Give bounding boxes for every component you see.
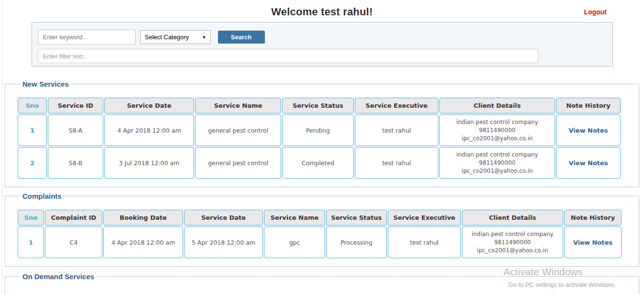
sno-cell: 1: [18, 226, 44, 258]
data-cell: Processing: [326, 226, 387, 258]
data-cell: S8-A: [48, 114, 103, 146]
category-select-value: Select Category: [145, 34, 189, 41]
category-select[interactable]: Select Category ▼: [140, 30, 211, 44]
table-header-row: SnoComplaint IDBooking DateService DateS…: [18, 210, 622, 226]
column-header-service-date: Service Date: [104, 98, 194, 113]
complaints-legend: Complaints: [21, 192, 64, 200]
column-header-service-name: Service Name: [264, 210, 325, 226]
column-header-client-details: Client Details: [439, 98, 555, 113]
note-history-cell: View Notes: [564, 226, 622, 258]
on-demand-services-legend: On Demand Services: [21, 272, 96, 281]
column-header-complaint-id: Complaint ID: [45, 210, 102, 226]
data-cell: test rahul: [388, 226, 461, 258]
column-header-service-date: Service Date: [184, 210, 263, 226]
page-title: Welcome test rahul!: [0, 6, 644, 18]
table-row: 2S8-B3 Jul 2018 12:00 amgeneral pest con…: [18, 147, 621, 179]
data-cell: 4 Apr 2018 12:00 am: [103, 226, 183, 258]
data-cell: test rahul: [355, 114, 438, 146]
new-services-section: New Services SnoService IDService DateSe…: [5, 80, 639, 187]
column-header-note-history: Note History: [564, 210, 622, 226]
sno-cell: 1: [18, 114, 47, 146]
note-history-cell: View Notes: [556, 114, 621, 146]
data-cell: general pest control: [195, 147, 281, 179]
view-notes-link[interactable]: View Notes: [568, 159, 608, 167]
table-row: 1C44 Apr 2018 12:00 am5 Apr 2018 12:00 a…: [18, 226, 622, 258]
client-details-cell: indian pest control company9811490000ipc…: [439, 114, 555, 146]
client-details-cell: indian pest control company9811490000ipc…: [439, 147, 555, 179]
complaints-table: SnoComplaint IDBooking DateService DateS…: [17, 209, 622, 259]
logout-link[interactable]: Logout: [584, 8, 607, 16]
new-services-table: SnoService IDService DateService NameSer…: [17, 97, 622, 180]
column-header-sno: Sno: [18, 210, 44, 226]
on-demand-services-section: On Demand Services: [5, 272, 639, 294]
table-header-row: SnoService IDService DateService NameSer…: [18, 98, 621, 113]
data-cell: C4: [45, 226, 102, 258]
column-header-service-executive: Service Executive: [355, 98, 438, 113]
column-header-service-id: Service ID: [48, 98, 103, 113]
search-panel: Select Category ▼ Search: [32, 22, 613, 67]
column-header-sno: Sno: [18, 98, 47, 113]
chevron-down-icon: ▼: [202, 35, 207, 40]
sno-cell: 2: [18, 147, 47, 179]
data-cell: general pest control: [195, 114, 281, 146]
complaints-section: Complaints SnoComplaint IDBooking DateSe…: [5, 192, 639, 267]
data-cell: S8-B: [48, 147, 103, 179]
data-cell: Completed: [282, 147, 354, 179]
data-cell: gpc: [264, 226, 325, 258]
column-header-note-history: Note History: [556, 98, 621, 113]
new-services-legend: New Services: [21, 80, 71, 88]
client-details-cell: indian pest control company9811490000ipc…: [462, 226, 563, 258]
data-cell: 5 Apr 2018 12:00 am: [184, 226, 263, 258]
search-button[interactable]: Search: [218, 31, 265, 44]
data-cell: 4 Apr 2018 12:00 am: [104, 114, 194, 146]
table-row: 1S8-A4 Apr 2018 12:00 amgeneral pest con…: [18, 114, 621, 146]
column-header-booking-date: Booking Date: [103, 210, 183, 226]
topbar: Welcome test rahul! Logout: [0, 0, 644, 18]
data-cell: 3 Jul 2018 12:00 am: [104, 147, 194, 179]
page-left-border: [2, 0, 2, 294]
search-row: Select Category ▼ Search: [38, 30, 607, 45]
column-header-service-status: Service Status: [282, 98, 354, 113]
keyword-input[interactable]: [38, 30, 136, 45]
column-header-service-name: Service Name: [195, 98, 281, 113]
filter-input[interactable]: [38, 49, 538, 63]
column-header-service-status: Service Status: [326, 210, 387, 226]
data-cell: Pending: [282, 114, 354, 146]
data-cell: test rahul: [355, 147, 438, 179]
column-header-client-details: Client Details: [462, 210, 563, 226]
note-history-cell: View Notes: [556, 147, 621, 179]
view-notes-link[interactable]: View Notes: [568, 127, 608, 134]
view-notes-link[interactable]: View Notes: [573, 239, 612, 246]
column-header-service-executive: Service Executive: [388, 210, 461, 226]
